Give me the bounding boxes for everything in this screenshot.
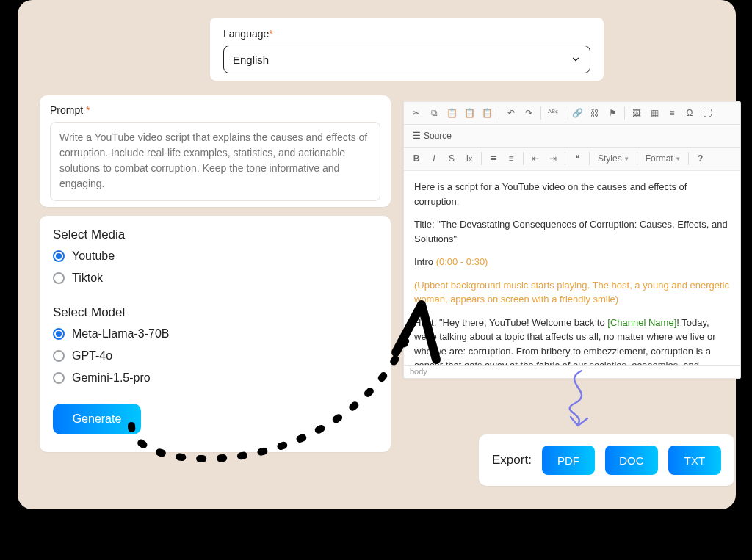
bullet-list-icon[interactable]: ≡ <box>503 150 519 167</box>
media-section-title: Select Media <box>53 228 377 242</box>
prompt-label: Prompt * <box>50 104 380 116</box>
model-section-title: Select Model <box>53 305 377 320</box>
blockquote-icon[interactable]: ❝ <box>569 150 585 167</box>
hr-icon[interactable]: ≡ <box>664 105 680 121</box>
anchor-icon[interactable]: ⚑ <box>604 105 621 121</box>
editor-card: ✂ ⧉ 📋 📋 📋 ↶ ↷ ᴬᴮᶜ 🔗 ⛓ ⚑ 🖼 ▦ ≡ Ω ⛶ <box>403 101 741 379</box>
styles-dropdown[interactable]: Styles <box>593 150 633 167</box>
cut-icon[interactable]: ✂ <box>408 105 424 121</box>
copy-icon[interactable]: ⧉ <box>426 105 442 121</box>
editor-status-bar: body <box>404 365 740 378</box>
timestamp: (0:00 - 0:30) <box>436 256 488 267</box>
source-button[interactable]: ☰ Source <box>408 128 456 144</box>
paste-icon[interactable]: 📋 <box>444 105 460 121</box>
required-indicator: * <box>86 104 90 116</box>
language-label-text: Language <box>223 28 269 40</box>
media-option-label: Youtube <box>72 250 115 263</box>
redo-icon[interactable]: ↷ <box>521 105 537 121</box>
toolbar-separator <box>624 106 625 120</box>
specialchar-icon[interactable]: Ω <box>682 105 698 121</box>
toolbar-separator <box>589 152 590 165</box>
italic-icon[interactable]: I <box>426 150 442 167</box>
radio-icon <box>53 328 65 340</box>
toolbar-separator <box>540 106 541 120</box>
export-pdf-button[interactable]: PDF <box>542 446 595 475</box>
model-option-label: GPT-4o <box>72 349 112 363</box>
export-txt-button[interactable]: TXT <box>668 446 721 475</box>
language-card: Language* English <box>210 18 604 81</box>
undo-icon[interactable]: ↶ <box>503 105 519 121</box>
language-selected-value: English <box>233 54 269 66</box>
model-option-meta-llama[interactable]: Meta-Llama-3-70B <box>53 327 377 341</box>
prompt-input[interactable] <box>50 122 380 201</box>
bold-icon[interactable]: B <box>408 150 424 167</box>
prompt-label-text: Prompt <box>50 104 83 116</box>
link-icon[interactable]: 🔗 <box>569 105 585 121</box>
model-option-gpt4o[interactable]: GPT-4o <box>53 349 377 363</box>
remove-format-icon[interactable]: Ix <box>461 150 477 167</box>
generate-button[interactable]: Generate <box>53 404 141 434</box>
toolbar-separator <box>565 106 565 120</box>
model-option-label: Meta-Llama-3-70B <box>72 327 170 341</box>
toolbar-separator <box>637 152 637 165</box>
prompt-card: Prompt * <box>40 95 391 207</box>
export-doc-button[interactable]: DOC <box>605 446 658 475</box>
export-label: Export: <box>492 453 532 468</box>
editor-toolbar-row-3: B I S Ix ≣ ≡ ⇤ ⇥ ❝ Styles Format ? <box>404 148 740 170</box>
model-option-label: Gemini-1.5-pro <box>72 371 151 385</box>
table-icon[interactable]: ▦ <box>646 105 662 121</box>
maximize-icon[interactable]: ⛶ <box>699 105 715 121</box>
strike-icon[interactable]: S <box>444 150 460 167</box>
unlink-icon[interactable]: ⛓ <box>587 105 603 121</box>
editor-line: Host: "Hey there, YouTube! Welcome back … <box>414 316 730 366</box>
chevron-down-icon <box>571 54 581 65</box>
language-select[interactable]: English <box>223 46 590 73</box>
outdent-icon[interactable]: ⇤ <box>527 150 543 167</box>
source-label: Source <box>424 131 452 141</box>
media-option-label: Tiktok <box>72 272 103 285</box>
channel-name-placeholder: [Channel Name] <box>607 317 676 328</box>
toolbar-separator <box>499 106 499 120</box>
model-option-gemini[interactable]: Gemini-1.5-pro <box>53 371 377 385</box>
editor-line: Here is a script for a YouTube video on … <box>414 180 730 208</box>
editor-content[interactable]: Here is a script for a YouTube video on … <box>404 170 740 365</box>
paste-text-icon[interactable]: 📋 <box>461 105 477 121</box>
radio-icon <box>53 372 65 384</box>
editor-toolbar-row-2: ☰ Source <box>404 125 740 148</box>
media-option-youtube[interactable]: Youtube <box>53 250 377 263</box>
editor-toolbar-row-1: ✂ ⧉ 📋 📋 📋 ↶ ↷ ᴬᴮᶜ 🔗 ⛓ ⚑ 🖼 ▦ ≡ Ω ⛶ <box>404 102 740 125</box>
export-card: Export: PDF DOC TXT <box>479 434 734 486</box>
image-icon[interactable]: 🖼 <box>629 105 645 121</box>
media-option-tiktok[interactable]: Tiktok <box>53 272 377 285</box>
format-dropdown[interactable]: Format <box>641 150 684 167</box>
editor-line: Title: "The Devastating Consequences of … <box>414 217 730 246</box>
editor-line-stage-direction: (Upbeat background music starts playing.… <box>414 278 730 307</box>
toolbar-separator <box>481 152 482 165</box>
toolbar-separator <box>688 152 689 165</box>
indent-icon[interactable]: ⇥ <box>545 150 561 167</box>
options-card: Select Media Youtube Tiktok Select Model… <box>40 216 391 452</box>
paste-word-icon[interactable]: 📋 <box>479 105 495 121</box>
radio-icon <box>53 272 65 284</box>
toolbar-separator <box>523 152 524 165</box>
spellcheck-icon[interactable]: ᴬᴮᶜ <box>545 105 561 121</box>
language-label: Language* <box>223 28 590 40</box>
help-icon[interactable]: ? <box>693 150 709 167</box>
editor-line: Intro (0:00 - 0:30) <box>414 255 730 269</box>
radio-icon <box>53 350 65 362</box>
radio-icon <box>53 250 65 262</box>
toolbar-separator <box>565 152 565 165</box>
source-icon: ☰ <box>413 131 421 141</box>
required-indicator: * <box>269 28 272 40</box>
numbered-list-icon[interactable]: ≣ <box>485 150 502 167</box>
